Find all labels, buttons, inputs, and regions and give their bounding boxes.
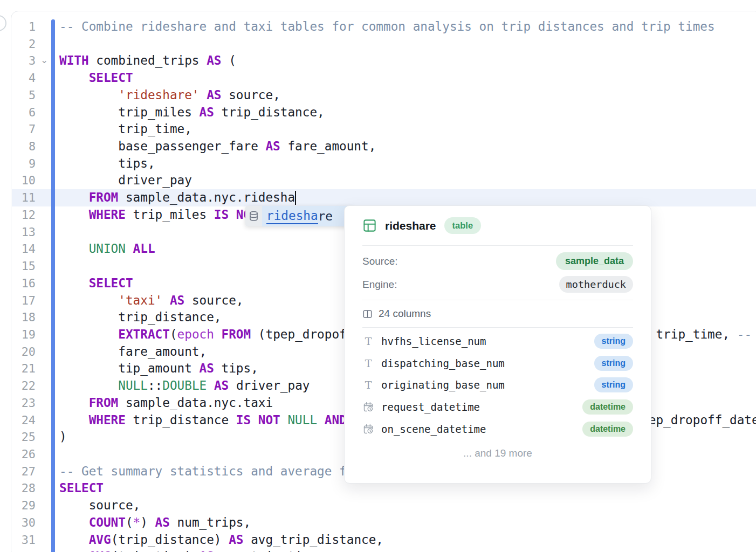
code-line[interactable]: 'taxi' AS source, <box>59 292 244 309</box>
line-number: 28 <box>12 480 36 497</box>
code-line[interactable]: AVG(trip_distance) AS avg_trip_distance, <box>59 532 383 549</box>
code-line[interactable]: AVG(trip_time) AS avg_trip_time, <box>59 548 325 552</box>
code-line[interactable]: driver_pay <box>59 172 192 189</box>
column-name: request_datetime <box>381 401 582 413</box>
line-number: 22 <box>12 377 36 395</box>
line-number: 16 <box>12 275 36 292</box>
autocomplete-popup[interactable]: rideshare <box>245 206 354 226</box>
code-line[interactable]: SELECT <box>59 70 133 87</box>
column-row: T dispatching_base_num string <box>362 353 633 375</box>
line-number: 14 <box>12 240 36 258</box>
line-number: 13 <box>12 224 36 241</box>
calendar-clock-icon <box>363 424 374 434</box>
code-line[interactable]: NULL::DOUBLE AS driver_pay <box>59 377 310 395</box>
line-number: 26 <box>12 446 36 463</box>
line-number: 25 <box>12 429 36 446</box>
line-number: 18 <box>12 309 36 326</box>
code-line[interactable]: SELECT <box>59 275 133 292</box>
engine-row: Engine: motherduck <box>362 273 633 296</box>
engine-value-badge: motherduck <box>559 276 633 293</box>
line-number: 3 <box>12 52 36 70</box>
table-icon <box>362 218 377 233</box>
line-number: 9 <box>12 155 36 172</box>
suggestion-matched-text: ridesha <box>266 209 318 224</box>
columns-count: 24 columns <box>379 308 431 320</box>
code-line[interactable]: source, <box>59 497 140 514</box>
code-line[interactable]: fare_amount, <box>59 343 207 361</box>
line-number: 29 <box>12 497 36 514</box>
line-number: 31 <box>12 532 36 549</box>
database-icon <box>245 206 262 226</box>
column-name: originating_base_num <box>381 379 594 391</box>
chevron-down-icon[interactable]: ⌄ <box>39 52 50 70</box>
line-number: 24 <box>12 412 36 429</box>
code-line[interactable]: 'rideshare' AS source, <box>59 87 280 104</box>
text-cursor <box>295 191 296 205</box>
code-line[interactable]: tip_amount AS tips, <box>59 360 258 377</box>
code-line[interactable]: ) <box>59 429 67 446</box>
code-line[interactable]: trip_time, <box>59 121 192 138</box>
line-number: 10 <box>12 172 36 189</box>
line-number: 32 <box>12 548 36 552</box>
column-type-badge: string <box>594 356 633 371</box>
column-row: T hvfhs_license_num string <box>362 330 633 353</box>
table-card-header: rideshare table <box>362 206 633 245</box>
column-type-badge: datetime <box>582 399 633 415</box>
calendar-clock-icon <box>363 402 374 412</box>
line-number: 23 <box>12 395 36 412</box>
line-number: 19 <box>12 326 36 343</box>
code-line[interactable]: UNION ALL <box>59 240 155 258</box>
table-info-card: rideshare table Source: sample_data Engi… <box>344 205 651 484</box>
more-columns-indicator: ... and 19 more <box>362 440 633 459</box>
table-name: rideshare <box>385 219 436 232</box>
code-line[interactable]: base_passenger_fare AS fare_amount, <box>59 138 376 155</box>
collapsed-side-button[interactable] <box>0 15 6 31</box>
cell-accent-bar <box>51 19 55 552</box>
line-number: 8 <box>12 138 36 155</box>
source-value-badge: sample_data <box>556 252 633 270</box>
line-number: 2 <box>12 36 36 53</box>
line-number: 11 <box>12 189 36 206</box>
line-number: 5 <box>12 87 36 104</box>
columns-count-row: 24 columns <box>362 300 633 327</box>
line-number: 1 <box>12 18 36 36</box>
column-type-badge: datetime <box>582 422 633 437</box>
line-number: 27 <box>12 463 36 480</box>
column-name: hvfhs_license_num <box>381 335 594 347</box>
code-line[interactable]: COUNT(*) AS num_trips, <box>59 514 251 532</box>
line-number: 30 <box>12 514 36 532</box>
code-line[interactable]: -- Combine rideshare and taxi tables for… <box>59 18 715 36</box>
engine-label: Engine: <box>362 279 397 291</box>
suggestion-rest-text: re <box>318 209 333 223</box>
code-line[interactable]: trip_miles AS trip_distance, <box>59 104 325 121</box>
table-type-badge: table <box>444 217 482 234</box>
line-number: 17 <box>12 292 36 309</box>
line-number: 20 <box>12 343 36 361</box>
suggestion-item-rideshare[interactable]: rideshare <box>262 206 354 226</box>
column-type-badge: string <box>594 377 633 392</box>
text-type-icon: T <box>365 357 372 369</box>
columns-icon <box>362 309 373 319</box>
code-line[interactable]: WITH combined_trips AS ( <box>59 52 236 70</box>
column-type-badge: string <box>594 334 633 349</box>
code-line[interactable]: FROM sample_data.nyc.taxi <box>59 395 273 412</box>
text-type-icon: T <box>365 379 372 391</box>
source-label: Source: <box>362 256 397 267</box>
columns-list: T hvfhs_license_num string T <box>362 328 633 440</box>
column-name: dispatching_base_num <box>381 357 594 369</box>
code-line[interactable]: tips, <box>59 155 155 172</box>
column-row: T originating_base_num string <box>362 374 633 396</box>
code-line[interactable]: SELECT <box>59 480 104 497</box>
text-type-icon: T <box>365 335 372 347</box>
line-number: 12 <box>12 206 36 224</box>
column-name: on_scene_datetime <box>381 423 582 435</box>
column-row: T request_datetime datetime <box>362 396 633 418</box>
code-line[interactable]: FROM sample_data.nyc.ridesha <box>59 189 295 206</box>
line-number: 7 <box>12 121 36 138</box>
code-line[interactable]: trip_distance, <box>59 309 222 326</box>
column-row: T on_scene_datetime datetime <box>362 418 633 440</box>
line-number: 6 <box>12 104 36 121</box>
line-number: 21 <box>12 360 36 377</box>
line-number: 4 <box>12 70 36 87</box>
line-number: 15 <box>12 258 36 275</box>
